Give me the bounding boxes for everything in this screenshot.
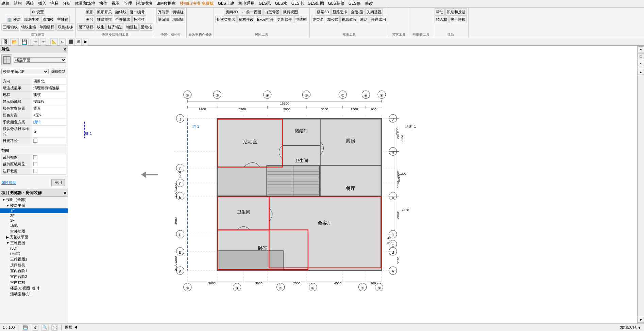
tree-item-site[interactable]: 场地 xyxy=(0,223,68,228)
tree-item-living-camera1[interactable]: 活动室相机1 xyxy=(0,291,68,297)
prop-value-sunpath[interactable] xyxy=(32,138,66,144)
tree-item-ceiling[interactable]: ▶ 天花板平面 xyxy=(0,234,68,240)
tb2-undo-btn[interactable]: ↩ xyxy=(33,38,39,46)
tb-buy-btn[interactable]: 申请购 xyxy=(294,16,308,23)
menu-item-gls-water[interactable]: GLS水 xyxy=(275,1,287,6)
tree-item-room-camera[interactable]: 房间相机 xyxy=(0,262,68,268)
status-zoom-btn[interactable]: ⛶ xyxy=(51,325,58,331)
tb-bw-bg-btn[interactable]: 白黑背景 xyxy=(263,8,281,16)
tb-main-axis-btn[interactable]: 主轴辅 xyxy=(56,16,70,23)
tb-about-btn[interactable]: 关于快模 xyxy=(449,16,467,23)
tb2-grid-btn[interactable]: ⊞ xyxy=(76,38,82,46)
tb-show-card-btn[interactable]: 显路造卡 xyxy=(331,8,349,16)
prop-value-crop-view[interactable] xyxy=(32,154,66,161)
tb-seq-num-btn[interactable]: 逐一编号 xyxy=(129,8,146,16)
tree-item-3d-views[interactable]: ▼ 三维视图 xyxy=(0,240,68,246)
tb-trial-btn[interactable]: 开通试用 xyxy=(370,16,387,23)
tb2-save-btn[interactable]: 💾 xyxy=(20,38,29,46)
tb-excel-open-btn[interactable]: Excel打开 xyxy=(256,16,275,23)
tb2-align-btn[interactable]: ⬛ xyxy=(67,38,74,46)
tree-toggle-ceiling[interactable]: ▶ xyxy=(6,235,9,239)
menu-item-view[interactable]: 视图 xyxy=(112,1,120,6)
tree-item-indoor-step2[interactable]: 室内台阶2 xyxy=(0,274,68,280)
tree-item-views[interactable]: ▼ 视图（全部） xyxy=(0,197,68,203)
tree-toggle-views[interactable]: ▼ xyxy=(2,198,5,202)
menu-item-gls-build[interactable]: GLS土建 xyxy=(218,1,234,6)
tree-item-outdoor[interactable]: 室外地图 xyxy=(0,228,68,234)
scroll-up-btn[interactable]: ▲ xyxy=(638,69,644,75)
apply-btn[interactable]: 应用 xyxy=(51,179,65,186)
tb-close-base-btn[interactable]: 关闭基视 xyxy=(365,8,383,16)
menu-item-stairs[interactable]: 楼梯山快模·免费版 xyxy=(180,1,214,6)
menu-item-system[interactable]: 系统 xyxy=(26,1,34,6)
menu-item-gls-elec[interactable]: GLS电 xyxy=(291,1,304,6)
tb-gen-floor-btn[interactable]: 规划生楼 xyxy=(23,16,40,23)
prop-value-annot-crop[interactable] xyxy=(32,168,66,175)
tb-wall-edit-btn[interactable]: 墙编辑 xyxy=(171,16,185,23)
tb-add-floor-btn[interactable]: 添加楼 xyxy=(41,16,55,23)
tb-feedback-btn[interactable]: 识别和反馈 xyxy=(445,8,467,16)
tb-col-align-btn[interactable]: 柱齐墙边 xyxy=(106,23,124,31)
properties-close-btn[interactable]: × xyxy=(64,47,66,52)
menu-item-mep[interactable]: 机电通用 xyxy=(238,1,255,6)
tb-formula-btn[interactable]: 加公式 xyxy=(326,16,340,23)
tb-3d-axis-btn[interactable]: 三维轴线 xyxy=(1,23,19,31)
menu-item-gls-wind[interactable]: GLS风 xyxy=(259,1,271,6)
tb-update-btn[interactable]: 更新软件 xyxy=(276,16,293,23)
crop-region-checkbox[interactable] xyxy=(33,162,37,166)
tb-merge-axis-btn[interactable]: 融轴线 xyxy=(114,8,128,16)
zoom-in-btn[interactable]: + xyxy=(638,46,644,52)
tb2-tag-btn[interactable]: 🏷 xyxy=(59,38,66,46)
tb-multi-mod-btn[interactable]: 多构件改 xyxy=(237,16,255,23)
menu-item-gls-draw[interactable]: GLS出图 xyxy=(308,1,324,6)
tb-hide-show-btn[interactable]: 金隐/显 xyxy=(350,8,365,16)
menu-item-gls-repair[interactable]: GLS修 xyxy=(349,1,361,6)
tb-video-btn[interactable]: 视频教程 xyxy=(340,16,358,23)
menu-item-gls-deco[interactable]: GLS装修 xyxy=(328,1,344,6)
tb2-open-btn[interactable]: 📂 xyxy=(10,38,19,46)
tb-help-btn[interactable]: 帮助 xyxy=(435,8,445,16)
tree-item-3d-view1[interactable]: 三维视图1 xyxy=(0,256,68,262)
menu-item-insert[interactable]: 插入 xyxy=(38,1,46,6)
tb-cut-wall-btn[interactable]: 切墙柱 xyxy=(171,8,185,16)
tree-toggle-floor-plans[interactable]: ▼ xyxy=(6,204,10,207)
tree-item-3d-3d[interactable]: (三维) xyxy=(0,251,68,256)
menu-item-note[interactable]: 注释 xyxy=(50,1,58,6)
floor-select[interactable]: 楼层平面: 1F xyxy=(1,69,49,74)
menu-item-mass[interactable]: 体量和场地 xyxy=(75,1,95,6)
menu-item-modify[interactable]: 修改 xyxy=(365,1,373,6)
status-search-btn[interactable]: 🔍 xyxy=(41,325,49,331)
tb-reorder-axis-btn[interactable]: 轴线重排 xyxy=(96,16,113,23)
tree-item-3f[interactable]: 3F xyxy=(0,218,68,223)
prop-value-sys-color[interactable]: 编辑... xyxy=(32,119,66,126)
tb-spread-col-btn[interactable]: 增殖柱 xyxy=(125,23,139,31)
tree-item-floor3d-temp[interactable]: 楼层3D视图_临时 xyxy=(0,285,68,291)
menu-item-struct[interactable]: 结构 xyxy=(14,1,22,6)
tb-std-col-btn[interactable]: 标准柱 xyxy=(132,16,146,23)
tree-item-indoor-stair[interactable]: 室内楼梯 xyxy=(0,280,68,285)
tb2-new-btn[interactable]: 🗄 xyxy=(1,38,9,46)
tb-arc-btn[interactable]: 弧形 xyxy=(85,8,95,16)
scroll-down-btn[interactable]: ▼ xyxy=(638,317,644,323)
tb-room3d-btn[interactable]: 房间3D xyxy=(224,8,239,16)
tb-beam-under-btn[interactable]: 梁下楼梯 xyxy=(77,23,95,31)
tb-beam-edit-btn[interactable]: 梁编辑 xyxy=(156,16,170,23)
tb-allcut-btn[interactable]: 万能剪 xyxy=(156,8,170,16)
menu-item-bim[interactable]: BIM数据库 xyxy=(156,1,176,6)
canvas-area[interactable]: 缝 1 ① ② ④ ⑥ ⑦ ⑧ ⑨ xyxy=(68,46,637,324)
tb-import-auth-btn[interactable]: 转入权 xyxy=(435,16,448,23)
menu-item-addons[interactable]: 附加模块 xyxy=(136,1,152,6)
tb2-measure-btn[interactable]: 📐 xyxy=(50,38,58,46)
tb-double-stair-btn[interactable]: 双跑楼梯 xyxy=(56,23,74,31)
tb-rename-btn[interactable]: 改类名 xyxy=(311,16,325,23)
prop-value-crop-region[interactable] xyxy=(32,161,66,168)
menu-item-manage[interactable]: 管理 xyxy=(124,1,132,6)
tb-batch-type-btn[interactable]: 批次类型名 xyxy=(215,16,237,23)
tree-item-2f[interactable]: 2F xyxy=(0,213,68,218)
prop-help-link[interactable]: 属性帮助 xyxy=(1,180,16,185)
tb-axis-gen-wall-btn[interactable]: 轴线生墙 xyxy=(20,23,37,31)
tb-beam-wall-col-btn[interactable]: 梁墙柱 xyxy=(139,23,153,31)
menu-item-analysis[interactable]: 分析 xyxy=(63,1,71,6)
tb-activate-btn[interactable]: 激活 xyxy=(359,16,369,23)
tb-prev-view-btn[interactable]: ← 前一视图 xyxy=(240,8,262,16)
